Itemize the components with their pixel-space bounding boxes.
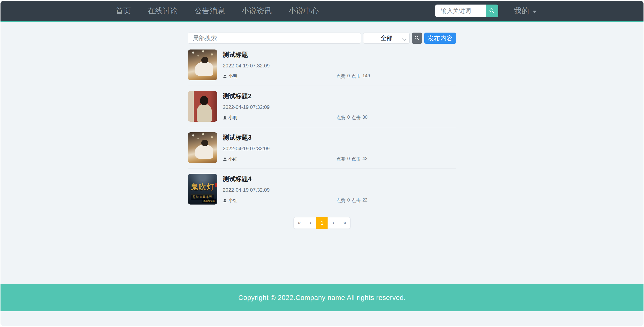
nav-link-novel-center[interactable]: 小说中心 [280,6,327,16]
top-navbar: 首页 在线讨论 公告消息 小说资讯 小说中心 我的 [1,1,643,22]
post-title[interactable]: 测试标题2 [223,92,456,100]
cover-tag-text: 鬼吹灯专题 [202,199,216,203]
pagination-next-button[interactable]: › [328,217,339,229]
post-row: 鬼吹灯 悬疑盗墓小说 鬼吹灯专题 测试标题4 2022-04-19 07:32:… [188,174,456,210]
author-name: 小明 [228,115,237,121]
likes-label: 点赞 [336,156,345,162]
likes-count: 0 [347,73,350,79]
post-title[interactable]: 测试标题 [223,51,456,59]
pagination-last-button[interactable]: » [339,217,351,229]
likes-label: 点赞 [336,115,345,121]
post-stats: 点赞 0 点击 149 [336,73,370,79]
post-date: 2022-04-19 07:32:09 [223,63,456,69]
clicks-count: 30 [362,115,367,121]
post-thumbnail[interactable] [188,132,217,163]
person-icon [223,116,227,120]
copyright-text: Copyright © 2022.Company name All rights… [238,294,406,302]
post-thumbnail[interactable] [188,91,217,122]
pagination-prev-button[interactable]: ‹ [305,217,316,229]
pagination-wrap: « ‹ 1 › » [188,217,456,229]
chevron-down-icon [402,36,406,41]
post-stats: 点赞 0 点击 42 [336,156,367,162]
post-stats: 点赞 0 点击 30 [336,115,367,121]
post-body: 测试标题4 2022-04-19 07:32:09 小红 点赞 [223,174,456,205]
search-icon [414,35,420,41]
page-footer: Copyright © 2022.Company name All rights… [1,284,643,311]
nav-link-discussion[interactable]: 在线讨论 [139,6,186,16]
nav-link-novel-news[interactable]: 小说资讯 [233,6,280,16]
clicks-label: 点击 [352,156,361,162]
clicks-label: 点击 [352,115,361,121]
post-author: 小红 [223,197,237,204]
post-list: 测试标题 2022-04-19 07:32:09 小明 点赞 [188,49,456,210]
post-row: 测试标题3 2022-04-19 07:32:09 小红 点赞 [188,132,456,169]
content-toolbar: 全部 发布内容 [188,33,456,44]
nav-link-announcement[interactable]: 公告消息 [186,6,233,16]
post-row: 测试标题 2022-04-19 07:32:09 小明 点赞 [188,49,456,86]
post-stats: 点赞 0 点击 22 [336,197,367,204]
post-author: 小明 [223,73,237,79]
navbar-search-group [435,5,498,17]
post-date: 2022-04-19 07:32:09 [223,187,456,193]
post-thumbnail[interactable]: 鬼吹灯 悬疑盗墓小说 鬼吹灯专题 [188,174,217,205]
pagination-first-button[interactable]: « [293,217,305,229]
local-search-button[interactable] [412,33,422,44]
likes-count: 0 [347,197,350,204]
clicks-count: 42 [362,156,367,162]
post-author: 小明 [223,115,237,121]
author-name: 小明 [228,73,237,79]
post-thumbnail[interactable] [188,49,217,80]
navbar-inner: 首页 在线讨论 公告消息 小说资讯 小说中心 我的 [107,1,537,21]
nav-links: 首页 在线讨论 公告消息 小说资讯 小说中心 [107,6,327,16]
post-date: 2022-04-19 07:32:09 [223,146,456,152]
search-icon [489,8,495,14]
cover-title-text: 鬼吹灯 [190,182,215,192]
page-container: 首页 在线讨论 公告消息 小说资讯 小说中心 我的 [1,1,643,326]
post-body: 测试标题2 2022-04-19 07:32:09 小明 点赞 [223,91,456,122]
clicks-label: 点击 [352,197,361,204]
navbar-search-input[interactable] [435,5,486,17]
navbar-search-button[interactable] [486,5,498,17]
author-name: 小红 [228,156,237,162]
pagination-page-1[interactable]: 1 [316,217,328,229]
person-icon [223,198,227,203]
category-selected-value: 全部 [380,34,392,42]
post-date: 2022-04-19 07:32:09 [223,104,456,110]
nav-link-home[interactable]: 首页 [107,6,139,16]
post-title[interactable]: 测试标题3 [223,133,456,142]
category-select[interactable]: 全部 [363,33,410,44]
post-body: 测试标题 2022-04-19 07:32:09 小明 点赞 [223,49,456,80]
local-search-input[interactable] [188,33,361,44]
post-author: 小红 [223,156,237,162]
chevron-down-icon [533,11,537,13]
publish-content-button[interactable]: 发布内容 [424,33,456,44]
likes-label: 点赞 [336,197,345,204]
likes-count: 0 [347,156,350,162]
person-icon [223,157,227,161]
user-menu[interactable]: 我的 [514,6,537,16]
clicks-count: 149 [362,73,370,79]
pagination: « ‹ 1 › » [293,217,351,229]
seal-icon [215,183,217,187]
main-content: 全部 发布内容 测试标题 2022-04-19 07:32 [188,22,456,229]
person-icon [223,74,227,79]
post-row: 测试标题2 2022-04-19 07:32:09 小明 点赞 [188,91,456,127]
author-name: 小红 [228,197,237,204]
post-body: 测试标题3 2022-04-19 07:32:09 小红 点赞 [223,132,456,163]
likes-count: 0 [347,115,350,121]
likes-label: 点赞 [336,73,345,79]
clicks-count: 22 [362,197,367,204]
post-title[interactable]: 测试标题4 [223,175,456,183]
clicks-label: 点击 [352,73,361,79]
user-menu-label: 我的 [514,6,529,16]
